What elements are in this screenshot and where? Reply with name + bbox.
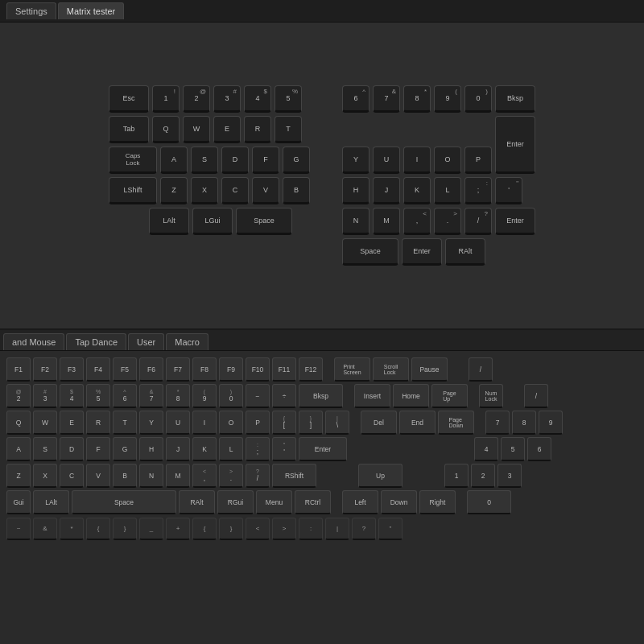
macro-lbrace[interactable]: { (86, 518, 110, 540)
key-3[interactable]: #3 (213, 85, 241, 113)
key-b[interactable]: B (283, 177, 310, 204)
key-tab[interactable]: Tab (109, 116, 149, 143)
fkey-ralt[interactable]: RAlt (179, 490, 215, 514)
key-e[interactable]: E (213, 116, 241, 143)
fkey-num0[interactable]: 0 (467, 490, 511, 514)
fkey-insert[interactable]: Insert (354, 384, 390, 408)
key-4[interactable]: $4 (244, 85, 271, 113)
fkey-i[interactable]: I (192, 411, 217, 435)
fkey-c[interactable]: C (60, 464, 84, 488)
fkey-numlock[interactable]: NumLock (479, 384, 503, 408)
macro-amp[interactable]: & (33, 518, 57, 540)
fkey-m[interactable]: M (166, 464, 190, 488)
fkey-num1[interactable]: 1 (444, 464, 469, 488)
fkey-prtscr[interactable]: PrintScreen (334, 357, 370, 382)
fkey-del[interactable]: Del (361, 411, 397, 435)
key-8[interactable]: *8 (403, 85, 431, 113)
fkey-u[interactable]: U (166, 411, 190, 435)
key-x[interactable]: X (191, 177, 218, 204)
macro-rbrace[interactable]: } (113, 518, 137, 540)
fkey-num3[interactable]: 3 (497, 464, 522, 488)
key-g[interactable]: G (283, 147, 310, 174)
fkey-rgui[interactable]: RGui (217, 490, 254, 514)
fkey-lalt[interactable]: LAlt (33, 490, 69, 514)
fkey-f10[interactable]: F10 (246, 357, 270, 382)
fkey-f1[interactable]: F1 (6, 357, 31, 382)
key-7[interactable]: &7 (373, 85, 400, 113)
tab-settings[interactable]: Settings (6, 2, 56, 19)
key-z[interactable]: Z (160, 177, 188, 204)
key-i[interactable]: I (403, 147, 431, 174)
fkey-q[interactable]: Q (6, 411, 31, 435)
key-j[interactable]: J (373, 177, 400, 204)
macro-tilde[interactable]: ~ (6, 518, 31, 540)
fkey-a[interactable]: A (6, 437, 31, 461)
fkey-p[interactable]: P (246, 411, 270, 435)
key-quote[interactable]: "' (495, 177, 522, 204)
key-w[interactable]: W (183, 116, 210, 143)
key-bksp[interactable]: Bksp (495, 85, 535, 113)
fkey-pipe[interactable]: |\ (325, 411, 349, 435)
key-l[interactable]: L (434, 177, 461, 204)
fkey-bksp[interactable]: Bksp (299, 384, 343, 408)
fkey-z[interactable]: Z (6, 464, 31, 488)
fkey-e[interactable]: E (60, 411, 84, 435)
fkey-ltangle[interactable]: <, (192, 464, 217, 488)
fkey-rctrl[interactable]: RCtrl (295, 490, 331, 514)
key-slash[interactable]: ?/ (464, 208, 492, 235)
fkey-amp7[interactable]: &7 (139, 384, 163, 408)
key-f[interactable]: F (252, 147, 279, 174)
fkey-down[interactable]: Down (381, 490, 417, 514)
fkey-pgup[interactable]: PageUp (431, 384, 468, 408)
key-2[interactable]: @2 (183, 85, 210, 113)
fkey-f5[interactable]: F5 (113, 357, 137, 382)
fkey-at2[interactable]: @2 (6, 384, 31, 408)
fkey-v[interactable]: V (86, 464, 110, 488)
fkey-hash3[interactable]: #3 (33, 384, 57, 408)
key-c[interactable]: C (221, 177, 249, 204)
fkey-f[interactable]: F (86, 437, 110, 461)
key-period[interactable]: >. (434, 208, 461, 235)
fkey-equals[interactable]: ÷ (272, 384, 296, 408)
fkey-w[interactable]: W (33, 411, 57, 435)
tab-and-mouse[interactable]: and Mouse (3, 333, 64, 350)
key-caps[interactable]: CapsLock (109, 147, 157, 174)
tab-matrix-tester[interactable]: Matrix tester (58, 2, 125, 19)
fkey-r[interactable]: R (86, 411, 110, 435)
fkey-t[interactable]: T (113, 411, 137, 435)
key-0[interactable]: )0 (464, 85, 492, 113)
fkey-end[interactable]: End (399, 411, 436, 435)
fkey-s[interactable]: S (33, 437, 57, 461)
fkey-home[interactable]: Home (393, 384, 429, 408)
key-lshift[interactable]: LShift (109, 177, 157, 204)
fkey-star8[interactable]: *8 (166, 384, 190, 408)
key-d[interactable]: D (221, 147, 249, 174)
fkey-f2[interactable]: F2 (33, 357, 57, 382)
key-s[interactable]: S (191, 147, 218, 174)
key-lgui[interactable]: LGui (192, 208, 233, 235)
fkey-right[interactable]: Right (419, 490, 456, 514)
fkey-dollar4[interactable]: $4 (60, 384, 84, 408)
key-9[interactable]: (9 (434, 85, 461, 113)
fkey-f6[interactable]: F6 (139, 357, 163, 382)
key-6[interactable]: ^6 (342, 85, 369, 113)
key-o[interactable]: O (434, 147, 461, 174)
fkey-f12[interactable]: F12 (299, 357, 323, 382)
fkey-num6[interactable]: 6 (527, 437, 551, 461)
macro-pipe[interactable]: | (325, 518, 349, 540)
key-r[interactable]: R (244, 116, 271, 143)
key-n[interactable]: N (342, 208, 369, 235)
fkey-numslash[interactable]: / (524, 384, 548, 408)
fkey-f11[interactable]: F11 (272, 357, 296, 382)
tab-macro[interactable]: Macro (166, 333, 208, 350)
key-space-r[interactable]: Space (342, 238, 398, 266)
fkey-k[interactable]: K (192, 437, 217, 461)
macro-star[interactable]: * (60, 518, 84, 540)
fkey-l[interactable]: L (219, 437, 243, 461)
key-1[interactable]: !1 (152, 85, 180, 113)
fkey-gtangle[interactable]: >. (219, 464, 243, 488)
fkey-f3[interactable]: F3 (60, 357, 84, 382)
fkey-d[interactable]: D (60, 437, 84, 461)
macro-rbrace2[interactable]: } (219, 518, 243, 540)
macro-lt[interactable]: < (246, 518, 270, 540)
